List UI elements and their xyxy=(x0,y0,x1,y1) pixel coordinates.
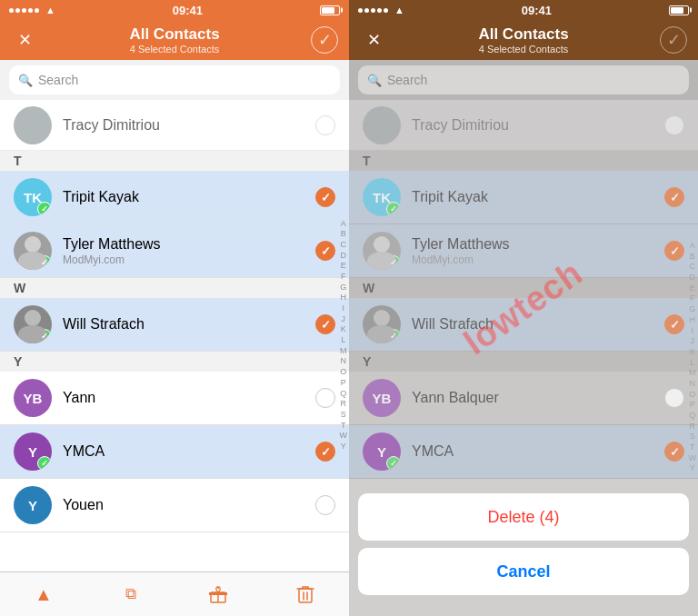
contact-name: Yann xyxy=(63,390,304,406)
signal-dots-right xyxy=(358,8,388,13)
selection-circle[interactable]: ✓ xyxy=(315,187,335,207)
contact-name: Tripit Kayak xyxy=(63,189,304,205)
alpha-r[interactable]: R xyxy=(341,400,347,411)
status-bar-right: ▲ 09:41 xyxy=(349,0,698,20)
alpha-h[interactable]: H xyxy=(341,293,347,304)
contact-info: YMCA xyxy=(412,443,653,460)
avatar: Y ✓ xyxy=(14,432,52,471)
selection-circle[interactable]: ✓ xyxy=(315,314,335,334)
done-button-right[interactable]: ✓ xyxy=(660,26,687,54)
contact-name: Tracy Dimitriou xyxy=(63,117,304,134)
alpha-g[interactable]: G xyxy=(340,283,346,293)
section-header-w-r: W xyxy=(349,278,698,298)
close-button-right[interactable]: ✕ xyxy=(360,26,387,54)
alpha-k-r: K xyxy=(690,347,695,358)
alpha-w-r: W xyxy=(689,453,697,464)
alpha-l[interactable]: L xyxy=(341,336,345,347)
alpha-j[interactable]: J xyxy=(342,314,346,325)
search-bar-left[interactable]: 🔍 Search xyxy=(9,65,340,94)
alpha-d[interactable]: D xyxy=(341,251,347,262)
selection-circle[interactable] xyxy=(315,495,335,515)
selection-circle[interactable]: ✓ xyxy=(315,442,335,462)
alpha-w[interactable]: W xyxy=(340,432,348,442)
alpha-o[interactable]: O xyxy=(340,368,346,379)
alpha-a-r: A xyxy=(690,241,695,252)
check-badge: ✓ xyxy=(386,329,401,343)
search-bar-right[interactable]: 🔍 Search xyxy=(358,65,689,94)
alpha-c[interactable]: C xyxy=(341,240,347,251)
search-bar-wrap-right: 🔍 Search xyxy=(349,60,698,100)
alpha-b[interactable]: B xyxy=(341,230,346,241)
check-badge: ✓ xyxy=(37,329,52,343)
alpha-h-r: H xyxy=(690,315,696,326)
alpha-y[interactable]: Y xyxy=(341,442,346,452)
list-item[interactable]: ✓ Will Strafach ✓ xyxy=(0,298,349,352)
alpha-p[interactable]: P xyxy=(341,378,346,389)
nav-bar-left: ✕ All Contacts 4 Selected Contacts ✓ xyxy=(0,20,349,60)
check-badge: ✓ xyxy=(386,456,401,471)
alpha-n[interactable]: N xyxy=(341,357,347,368)
alpha-i[interactable]: I xyxy=(342,303,344,314)
selection-circle[interactable] xyxy=(315,115,335,135)
left-panel: ▲ 09:41 ✕ All Contacts 4 Selected Contac… xyxy=(0,0,349,616)
alpha-q[interactable]: Q xyxy=(340,389,346,400)
tab-share[interactable] xyxy=(174,584,262,604)
list-item: Y ✓ YMCA ✓ xyxy=(349,425,698,479)
alpha-m[interactable]: M xyxy=(340,346,347,357)
alpha-k[interactable]: K xyxy=(341,325,346,336)
alpha-t[interactable]: T xyxy=(341,421,346,432)
cancel-button[interactable]: Cancel xyxy=(358,548,689,595)
list-item[interactable]: ✓ Tyler Matthews ModMyi.com ✓ xyxy=(0,224,349,278)
tab-copy[interactable]: ⧉ xyxy=(87,585,174,603)
contact-name: Youen xyxy=(63,497,304,513)
tab-delete[interactable] xyxy=(262,584,349,604)
signal-area: ▲ xyxy=(9,5,55,15)
section-header-y-r: Y xyxy=(349,352,698,372)
contact-info: Yann xyxy=(63,390,304,406)
nav-title-left: All Contacts 4 Selected Contacts xyxy=(129,25,219,55)
list-item[interactable]: YB Yann xyxy=(0,372,349,425)
status-bar-left: ▲ 09:41 xyxy=(0,0,349,20)
alpha-q-r: Q xyxy=(689,411,695,422)
avatar: Y ✓ xyxy=(363,432,401,471)
wifi-icon-right: ▲ xyxy=(394,5,404,15)
contact-name: Tripit Kayak xyxy=(412,189,653,205)
selection-circle[interactable] xyxy=(315,388,335,408)
alpha-a[interactable]: A xyxy=(341,219,346,230)
delete-button[interactable]: Delete (4) xyxy=(358,493,689,541)
alpha-f[interactable]: F xyxy=(341,272,346,283)
contact-name: Tracy Dimitriou xyxy=(412,117,653,134)
alpha-s[interactable]: S xyxy=(341,410,346,421)
alpha-n-r: N xyxy=(690,379,696,390)
section-header-t: T xyxy=(0,151,349,171)
close-button-left[interactable]: ✕ xyxy=(11,26,38,54)
list-item[interactable]: Tracy Dimitriou xyxy=(0,100,349,151)
alpha-e[interactable]: E xyxy=(341,262,346,273)
done-button-left[interactable]: ✓ xyxy=(311,26,338,54)
contact-info: Yann Balquer xyxy=(412,390,653,406)
contact-name: Yann Balquer xyxy=(412,390,653,406)
check-badge: ✓ xyxy=(37,456,52,471)
contact-info: Youen xyxy=(63,497,304,513)
avatar: YB xyxy=(14,379,52,417)
alpha-f-r: F xyxy=(690,294,695,305)
selection-circle[interactable]: ✓ xyxy=(315,241,335,261)
nav-title-text-left: All Contacts xyxy=(129,25,219,44)
tab-up[interactable]: ▲ xyxy=(0,584,87,605)
avatar-initials: Y xyxy=(28,444,37,460)
selection-circle: ✓ xyxy=(664,187,684,207)
battery-area-right xyxy=(669,5,689,15)
list-item[interactable]: TK ✓ Tripit Kayak ✓ xyxy=(0,171,349,224)
list-item: ✓ Will Strafach ✓ xyxy=(349,298,698,352)
section-header-w: W xyxy=(0,278,349,298)
nav-bar-right: ✕ All Contacts 4 Selected Contacts ✓ xyxy=(349,20,698,60)
list-item[interactable]: Y ✓ YMCA ✓ xyxy=(0,425,349,479)
alpha-s-r: S xyxy=(690,432,695,443)
alphabet-index-left: A B C D E F G H I J K L M N O P Q R S T … xyxy=(340,219,348,452)
contact-name: YMCA xyxy=(63,443,304,460)
avatar: ✓ xyxy=(363,232,401,270)
battery-icon-right xyxy=(669,5,689,15)
battery-area-left xyxy=(320,5,340,15)
list-item[interactable]: Y Youen xyxy=(0,479,349,532)
avatar xyxy=(363,106,401,144)
